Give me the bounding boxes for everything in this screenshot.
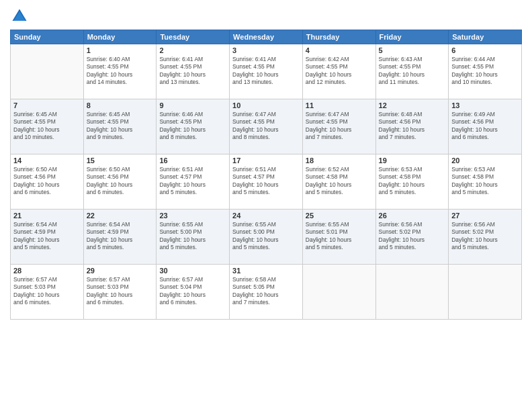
calendar-cell: 5Sunrise: 6:43 AM Sunset: 4:55 PM Daylig… [375,44,449,99]
calendar-cell: 7Sunrise: 6:45 AM Sunset: 4:55 PM Daylig… [11,99,84,154]
day-number: 30 [159,267,226,275]
day-info: Sunrise: 6:50 AM Sunset: 4:56 PM Dayligh… [87,166,154,197]
calendar-cell: 8Sunrise: 6:45 AM Sunset: 4:55 PM Daylig… [83,99,157,154]
day-number: 4 [306,46,373,54]
day-info: Sunrise: 6:53 AM Sunset: 4:58 PM Dayligh… [451,166,519,197]
calendar-cell: 25Sunrise: 6:55 AM Sunset: 5:01 PM Dayli… [302,210,375,265]
day-number: 25 [306,212,373,220]
calendar-cell: 12Sunrise: 6:48 AM Sunset: 4:56 PM Dayli… [375,99,449,154]
day-number: 28 [13,267,81,275]
calendar-cell [302,265,375,320]
day-number: 7 [13,101,81,109]
day-number: 20 [451,156,519,165]
calendar-cell: 10Sunrise: 6:47 AM Sunset: 4:55 PM Dayli… [230,99,303,154]
day-info: Sunrise: 6:55 AM Sunset: 5:00 PM Dayligh… [232,221,300,252]
week-row-4: 21Sunrise: 6:54 AM Sunset: 4:59 PM Dayli… [11,210,522,265]
day-info: Sunrise: 6:51 AM Sunset: 4:57 PM Dayligh… [159,166,226,197]
weekday-header-friday: Friday [375,30,449,44]
day-number: 11 [306,101,373,109]
day-info: Sunrise: 6:45 AM Sunset: 4:55 PM Dayligh… [13,111,81,142]
day-number: 17 [232,156,300,165]
calendar-cell: 11Sunrise: 6:47 AM Sunset: 4:55 PM Dayli… [302,99,375,154]
weekday-header-row: SundayMondayTuesdayWednesdayThursdayFrid… [11,30,522,44]
day-number: 16 [159,156,226,165]
logo [10,7,32,26]
calendar-cell: 22Sunrise: 6:54 AM Sunset: 4:59 PM Dayli… [83,210,157,265]
week-row-3: 14Sunrise: 6:50 AM Sunset: 4:56 PM Dayli… [11,154,522,210]
day-info: Sunrise: 6:57 AM Sunset: 5:03 PM Dayligh… [87,276,154,307]
day-info: Sunrise: 6:42 AM Sunset: 4:55 PM Dayligh… [306,56,373,87]
calendar-cell: 31Sunrise: 6:58 AM Sunset: 5:05 PM Dayli… [230,265,303,320]
day-number: 3 [232,46,300,54]
day-number: 24 [232,212,300,220]
calendar-cell: 4Sunrise: 6:42 AM Sunset: 4:55 PM Daylig… [302,44,375,99]
calendar-cell: 24Sunrise: 6:55 AM Sunset: 5:00 PM Dayli… [230,210,303,265]
week-row-5: 28Sunrise: 6:57 AM Sunset: 5:03 PM Dayli… [11,265,522,320]
calendar-cell [11,44,84,99]
day-info: Sunrise: 6:46 AM Sunset: 4:55 PM Dayligh… [159,111,226,142]
day-info: Sunrise: 6:47 AM Sunset: 4:55 PM Dayligh… [306,111,373,142]
calendar-cell: 26Sunrise: 6:56 AM Sunset: 5:02 PM Dayli… [375,210,449,265]
day-info: Sunrise: 6:48 AM Sunset: 4:56 PM Dayligh… [379,111,446,142]
calendar-cell: 15Sunrise: 6:50 AM Sunset: 4:56 PM Dayli… [83,154,157,210]
day-info: Sunrise: 6:52 AM Sunset: 4:58 PM Dayligh… [306,166,373,197]
day-number: 15 [87,156,154,165]
calendar-cell: 27Sunrise: 6:56 AM Sunset: 5:02 PM Dayli… [449,210,522,265]
day-number: 31 [232,267,300,275]
logo-icon [10,7,29,26]
day-number: 1 [87,46,154,54]
page: SundayMondayTuesdayWednesdayThursdayFrid… [0,0,532,411]
day-number: 9 [159,101,226,109]
day-number: 12 [379,101,446,109]
calendar-cell [375,265,449,320]
weekday-header-saturday: Saturday [449,30,522,44]
day-number: 19 [379,156,446,165]
day-info: Sunrise: 6:41 AM Sunset: 4:55 PM Dayligh… [159,56,226,87]
day-info: Sunrise: 6:55 AM Sunset: 5:01 PM Dayligh… [306,221,373,252]
day-number: 14 [13,156,81,165]
calendar-cell: 2Sunrise: 6:41 AM Sunset: 4:55 PM Daylig… [157,44,230,99]
calendar-cell: 17Sunrise: 6:51 AM Sunset: 4:57 PM Dayli… [230,154,303,210]
day-info: Sunrise: 6:56 AM Sunset: 5:02 PM Dayligh… [379,221,446,252]
calendar-cell: 1Sunrise: 6:40 AM Sunset: 4:55 PM Daylig… [83,44,157,99]
day-number: 21 [13,212,81,220]
calendar-cell: 16Sunrise: 6:51 AM Sunset: 4:57 PM Dayli… [157,154,230,210]
calendar-cell: 19Sunrise: 6:53 AM Sunset: 4:58 PM Dayli… [375,154,449,210]
day-number: 6 [451,46,519,54]
day-number: 23 [159,212,226,220]
day-info: Sunrise: 6:55 AM Sunset: 5:00 PM Dayligh… [159,221,226,252]
weekday-header-monday: Monday [83,30,157,44]
day-number: 26 [379,212,446,220]
day-number: 29 [87,267,154,275]
day-info: Sunrise: 6:57 AM Sunset: 5:04 PM Dayligh… [159,276,226,307]
day-info: Sunrise: 6:43 AM Sunset: 4:55 PM Dayligh… [379,56,446,87]
day-info: Sunrise: 6:53 AM Sunset: 4:58 PM Dayligh… [379,166,446,197]
weekday-header-sunday: Sunday [11,30,84,44]
calendar-cell: 18Sunrise: 6:52 AM Sunset: 4:58 PM Dayli… [302,154,375,210]
calendar-cell: 13Sunrise: 6:49 AM Sunset: 4:56 PM Dayli… [449,99,522,154]
day-info: Sunrise: 6:41 AM Sunset: 4:55 PM Dayligh… [232,56,300,87]
calendar-cell: 23Sunrise: 6:55 AM Sunset: 5:00 PM Dayli… [157,210,230,265]
day-info: Sunrise: 6:54 AM Sunset: 4:59 PM Dayligh… [13,221,81,252]
calendar-cell: 21Sunrise: 6:54 AM Sunset: 4:59 PM Dayli… [11,210,84,265]
day-number: 13 [451,101,519,109]
day-info: Sunrise: 6:49 AM Sunset: 4:56 PM Dayligh… [451,111,519,142]
day-info: Sunrise: 6:45 AM Sunset: 4:55 PM Dayligh… [87,111,154,142]
week-row-2: 7Sunrise: 6:45 AM Sunset: 4:55 PM Daylig… [11,99,522,154]
weekday-header-wednesday: Wednesday [230,30,303,44]
calendar: SundayMondayTuesdayWednesdayThursdayFrid… [10,30,522,320]
calendar-cell: 3Sunrise: 6:41 AM Sunset: 4:55 PM Daylig… [230,44,303,99]
day-number: 10 [232,101,300,109]
day-info: Sunrise: 6:54 AM Sunset: 4:59 PM Dayligh… [87,221,154,252]
day-number: 5 [379,46,446,54]
day-info: Sunrise: 6:47 AM Sunset: 4:55 PM Dayligh… [232,111,300,142]
calendar-cell [449,265,522,320]
day-number: 8 [87,101,154,109]
day-info: Sunrise: 6:50 AM Sunset: 4:56 PM Dayligh… [13,166,81,197]
day-number: 2 [159,46,226,54]
calendar-cell: 30Sunrise: 6:57 AM Sunset: 5:04 PM Dayli… [157,265,230,320]
day-number: 18 [306,156,373,165]
day-info: Sunrise: 6:56 AM Sunset: 5:02 PM Dayligh… [451,221,519,252]
calendar-cell: 6Sunrise: 6:44 AM Sunset: 4:55 PM Daylig… [449,44,522,99]
day-info: Sunrise: 6:57 AM Sunset: 5:03 PM Dayligh… [13,276,81,307]
